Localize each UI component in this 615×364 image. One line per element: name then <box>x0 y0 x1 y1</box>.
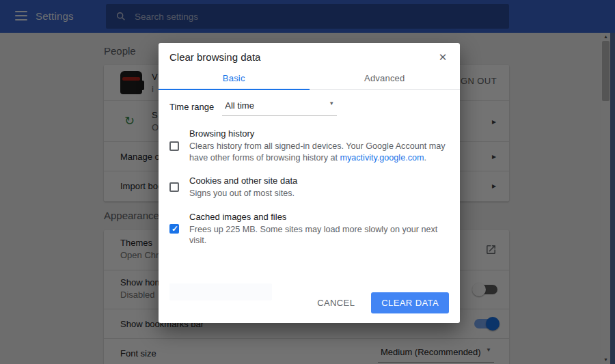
clear-data-button[interactable]: CLEAR DATA <box>371 292 449 313</box>
item-desc: Frees up 225 MB. Some sites may load mor… <box>189 224 453 247</box>
tab-advanced[interactable]: Advanced <box>310 68 461 89</box>
time-range-value: All time <box>225 100 254 111</box>
dialog-footer: CANCEL CLEAR DATA <box>308 292 449 313</box>
close-icon[interactable]: ✕ <box>435 50 450 65</box>
cached-images-item: Cached images and files Frees up 225 MB.… <box>169 212 453 247</box>
item-title: Browsing history <box>189 128 453 139</box>
tab-basic[interactable]: Basic <box>159 68 310 90</box>
time-range-label: Time range <box>169 102 214 116</box>
ghost-artifact <box>169 283 272 300</box>
browsing-history-checkbox[interactable] <box>169 141 179 151</box>
desc-text: . <box>424 153 426 163</box>
dialog-tabs: Basic Advanced <box>159 68 460 90</box>
time-range-row: Time range All time ▼ <box>169 99 453 116</box>
item-title: Cookies and other site data <box>189 176 297 186</box>
cookies-item: Cookies and other site data Signs you ou… <box>169 176 453 199</box>
myactivity-link[interactable]: myactivity.google.com <box>340 153 424 163</box>
cookies-checkbox[interactable] <box>169 182 179 192</box>
cached-images-checkbox[interactable] <box>169 224 179 234</box>
dialog-title: Clear browsing data <box>169 51 260 63</box>
time-range-select[interactable]: All time ▼ <box>222 99 337 116</box>
item-desc: Signs you out of most sites. <box>189 188 297 199</box>
browsing-history-item: Browsing history Clears history from all… <box>169 128 453 163</box>
item-desc: Clears history from all signed-in device… <box>189 141 453 163</box>
cancel-button[interactable]: CANCEL <box>308 292 364 313</box>
clear-browsing-data-dialog: Clear browsing data ✕ Basic Advanced Tim… <box>159 43 460 323</box>
dropdown-arrow-icon: ▼ <box>329 100 334 107</box>
item-title: Cached images and files <box>189 212 453 222</box>
